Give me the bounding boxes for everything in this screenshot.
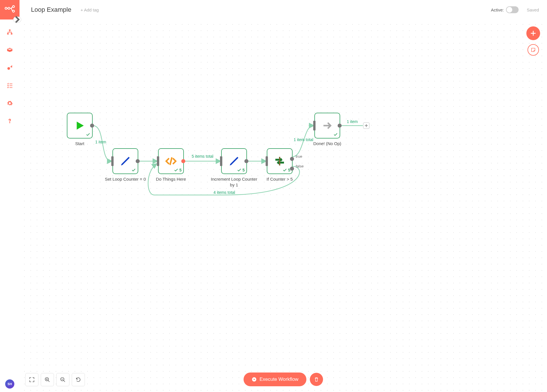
run-count: 5 — [288, 168, 290, 172]
box-open-icon — [7, 47, 13, 53]
sidebar-item-workflows[interactable] — [6, 29, 13, 36]
connections-layer: 1 item 5 items total 1 item total 4 item… — [20, 19, 547, 392]
check-icon — [333, 132, 338, 137]
chevron-right-icon — [13, 14, 21, 25]
svg-rect-5 — [7, 33, 9, 35]
input-port[interactable] — [220, 156, 222, 166]
node-label: Do Things Here — [147, 176, 195, 182]
gear-icon — [7, 100, 13, 106]
add-connection-button[interactable] — [363, 122, 369, 129]
play-circle-icon — [252, 377, 257, 382]
delete-button[interactable] — [310, 373, 323, 386]
input-port[interactable] — [313, 121, 316, 130]
input-port[interactable] — [157, 156, 159, 166]
question-icon — [7, 118, 13, 124]
code-icon — [165, 155, 177, 167]
if-false-label: false — [296, 164, 303, 168]
svg-rect-6 — [11, 33, 12, 35]
node-label: Increment Loop Counter by 1 — [210, 176, 258, 188]
node-start[interactable]: Start — [67, 113, 93, 147]
zoom-out-icon — [60, 377, 66, 383]
check-icon — [283, 168, 287, 172]
user-avatar[interactable]: SH — [5, 379, 14, 389]
if-true-label: true — [296, 154, 302, 159]
split-icon — [274, 155, 285, 167]
node-label: Start — [55, 141, 104, 147]
svg-rect-4 — [9, 30, 11, 31]
run-count: 5 — [179, 168, 182, 172]
input-port[interactable] — [266, 156, 268, 166]
check-icon — [86, 132, 90, 137]
key-icon — [7, 65, 13, 71]
node-label: Done! (No Op) — [303, 141, 352, 147]
trash-icon — [314, 377, 319, 382]
sidebar: SH — [0, 0, 20, 392]
sidebar-item-help[interactable] — [6, 118, 13, 124]
plus-icon — [365, 124, 368, 127]
add-tag-button[interactable]: + Add tag — [81, 7, 99, 12]
check-icon — [131, 168, 136, 172]
edge-label: 5 items total — [192, 154, 213, 159]
input-port[interactable] — [111, 156, 114, 166]
edge-label: 4 items total — [213, 190, 235, 195]
logo[interactable] — [0, 0, 20, 19]
save-status: Saved — [527, 7, 539, 12]
sidebar-item-executions[interactable] — [6, 82, 13, 89]
node-if[interactable]: 5 If Counter > 5 — [267, 148, 293, 182]
output-port-true[interactable] — [290, 157, 294, 161]
node-label: If Counter > 5 — [255, 176, 304, 182]
node-set-counter[interactable]: Set Loop Counter = 0 — [112, 148, 138, 182]
active-toggle[interactable] — [506, 6, 519, 13]
undo-icon — [75, 377, 81, 383]
svg-rect-9 — [278, 162, 284, 164]
node-increment[interactable]: 5 Increment Loop Counter by 1 — [221, 148, 247, 188]
output-port-false[interactable] — [290, 167, 294, 171]
reset-zoom-button[interactable] — [72, 373, 85, 386]
sidebar-expand-toggle[interactable] — [13, 17, 21, 22]
output-port[interactable] — [244, 159, 248, 163]
fit-view-button[interactable] — [25, 373, 38, 386]
pencil-icon — [120, 155, 131, 167]
play-icon — [74, 120, 86, 132]
svg-rect-10 — [279, 157, 280, 165]
execute-workflow-button[interactable]: Execute Workflow — [244, 373, 307, 386]
header: Loop Example + Add tag Active: Saved — [20, 0, 547, 19]
pencil-icon — [228, 155, 240, 167]
plus-icon — [530, 30, 536, 36]
sidebar-item-settings[interactable] — [6, 100, 13, 107]
workflow-title[interactable]: Loop Example — [31, 6, 71, 13]
zoom-in-button[interactable] — [41, 373, 54, 386]
svg-point-1 — [8, 7, 10, 9]
arrow-right-icon — [322, 120, 333, 131]
node-label: Set Loop Counter = 0 — [101, 176, 150, 182]
output-port[interactable] — [90, 124, 94, 128]
run-count: 5 — [242, 168, 245, 172]
node-done[interactable]: Done! (No Op) — [314, 113, 340, 147]
main: Loop Example + Add tag Active: Saved 1 i… — [20, 0, 547, 392]
node-do-things[interactable]: 5 Do Things Here — [158, 148, 184, 182]
execute-label: Execute Workflow — [260, 377, 299, 382]
expand-icon — [29, 377, 35, 383]
check-icon — [237, 168, 242, 172]
sidebar-item-templates[interactable] — [6, 46, 13, 53]
zoom-in-icon — [44, 377, 50, 383]
svg-point-3 — [13, 10, 15, 12]
sidebar-item-credentials[interactable] — [6, 64, 13, 71]
output-label: 1 item — [347, 119, 358, 124]
zoom-out-button[interactable] — [56, 373, 69, 386]
active-label: Active: — [491, 7, 504, 12]
check-icon — [174, 168, 178, 172]
svg-point-2 — [13, 6, 15, 8]
add-node-button[interactable] — [526, 26, 540, 40]
svg-point-0 — [5, 7, 7, 9]
output-port[interactable] — [181, 159, 185, 163]
sitemap-icon — [7, 29, 13, 35]
svg-rect-8 — [275, 159, 282, 161]
list-check-icon — [7, 82, 13, 89]
add-note-button[interactable] — [527, 44, 539, 56]
output-port[interactable] — [136, 159, 140, 163]
sticky-note-icon — [531, 47, 536, 52]
output-port[interactable] — [338, 124, 342, 128]
workflow-canvas[interactable]: 1 item 5 items total 1 item total 4 item… — [20, 19, 547, 392]
